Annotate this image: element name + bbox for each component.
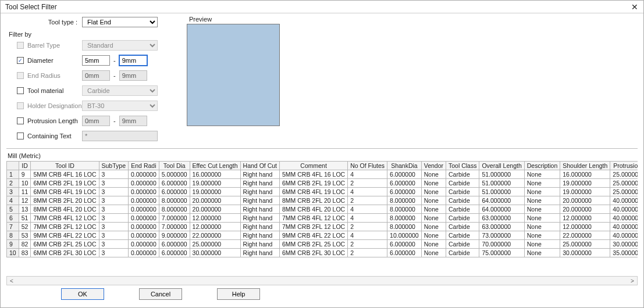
- endradius-checkbox: [17, 72, 24, 79]
- column-header[interactable]: ID: [19, 162, 31, 170]
- table-row[interactable]: 8539MM CRB 4FL 22 LOC30.0000009.00000022…: [7, 231, 638, 240]
- containing-input: [82, 131, 158, 141]
- column-header[interactable]: SubType: [99, 162, 128, 170]
- grid-label: Mill (Metric): [8, 152, 638, 159]
- horizontal-scrollbar[interactable]: < >: [6, 276, 638, 285]
- containing-label: Containing Text: [27, 132, 72, 139]
- table-row[interactable]: 3116MM CRB 4FL 19 LOC30.0000006.00000019…: [7, 188, 638, 196]
- material-label: Tool material: [27, 87, 63, 94]
- ok-button[interactable]: OK: [61, 288, 104, 300]
- column-header[interactable]: Tool Class: [446, 162, 479, 170]
- table-row[interactable]: 5138MM CRB 4FL 20 LOC30.0000008.00000020…: [7, 205, 638, 214]
- separator: [6, 148, 638, 149]
- tool-grid[interactable]: IDTool IDSubTypeEnd RadiTool DiaEffec Cu…: [6, 161, 638, 257]
- preview-label: Preview: [189, 16, 280, 23]
- endradius-max-input: [119, 70, 147, 81]
- grid-scroll[interactable]: IDTool IDSubTypeEnd RadiTool DiaEffec Cu…: [6, 161, 638, 275]
- column-header[interactable]: No Of Flutes: [348, 162, 387, 170]
- column-header[interactable]: Protrusion: [610, 162, 638, 170]
- column-header[interactable]: Overall Length: [479, 162, 524, 170]
- column-header[interactable]: Tool Dia: [159, 162, 190, 170]
- barreltype-row: Barrel Type: [6, 42, 82, 49]
- containing-checkbox[interactable]: [17, 132, 24, 139]
- dialog-window: Tool Select Filter ✕ Tool type : Flat En…: [0, 0, 644, 308]
- column-header[interactable]: Tool ID: [31, 162, 99, 170]
- column-header[interactable]: Vendor: [421, 162, 446, 170]
- protrusion-row: Protrusion Length: [6, 117, 82, 124]
- tooltype-label: Tool type :: [6, 19, 82, 26]
- holder-label: Holder Designation: [27, 102, 82, 109]
- endradius-label: End Radius: [27, 72, 61, 79]
- endradius-row: End Radius: [6, 72, 82, 79]
- column-header[interactable]: Effec Cut Length: [190, 162, 240, 170]
- protrusion-label: Protrusion Length: [27, 117, 78, 124]
- protrusion-checkbox[interactable]: [17, 117, 24, 124]
- tooltype-select[interactable]: Flat End: [82, 17, 158, 27]
- diameter-checkbox[interactable]: [17, 57, 24, 64]
- table-row[interactable]: 6517MM CRB 4FL 12 LOC30.0000007.00000012…: [7, 214, 638, 223]
- table-row[interactable]: 7527MM CRB 2FL 12 LOC30.0000007.00000012…: [7, 223, 638, 231]
- scroll-right-icon[interactable]: >: [628, 278, 637, 284]
- protrusion-min-input: [82, 116, 110, 126]
- material-select: Carbide: [82, 85, 158, 96]
- help-button[interactable]: Help: [217, 288, 260, 300]
- endradius-min-input: [82, 70, 110, 81]
- diameter-row: Diameter: [6, 57, 82, 64]
- column-header[interactable]: Hand Of Cut: [240, 162, 279, 170]
- diameter-max-input[interactable]: [119, 55, 147, 66]
- column-header[interactable]: End Radi: [128, 162, 159, 170]
- table-row[interactable]: 4128MM CRB 2FL 20 LOC30.0000008.00000020…: [7, 196, 638, 205]
- table-row[interactable]: 2106MM CRB 2FL 19 LOC30.0000006.00000019…: [7, 179, 638, 188]
- titlebar: Tool Select Filter ✕: [1, 1, 643, 13]
- barreltype-select: Standard: [82, 40, 158, 51]
- material-row: Tool material: [6, 87, 82, 94]
- protrusion-max-input: [119, 116, 147, 126]
- diameter-min-input[interactable]: [82, 55, 110, 66]
- barreltype-label: Barrel Type: [27, 42, 60, 49]
- dialog-title: Tool Select Filter: [5, 3, 631, 11]
- holder-select: BT-30: [82, 101, 158, 111]
- preview-pane: [187, 24, 280, 126]
- table-row[interactable]: 9826MM CRB 2FL 25 LOC30.0000006.00000025…: [7, 240, 638, 249]
- scroll-left-icon[interactable]: <: [7, 278, 16, 284]
- holder-row: Holder Designation: [6, 102, 82, 109]
- containing-row: Containing Text: [6, 132, 82, 139]
- diameter-label: Diameter: [27, 57, 54, 64]
- table-row[interactable]: 10836MM CRB 2FL 30 LOC30.0000006.0000003…: [7, 249, 638, 257]
- cancel-button[interactable]: Cancel: [139, 288, 182, 300]
- column-header[interactable]: Shoulder Length: [560, 162, 610, 170]
- barreltype-checkbox: [17, 42, 24, 49]
- close-icon[interactable]: ✕: [631, 3, 639, 11]
- material-checkbox[interactable]: [17, 87, 24, 94]
- filterby-heading: Filter by: [9, 31, 175, 38]
- column-header[interactable]: Description: [524, 162, 560, 170]
- column-header[interactable]: Comment: [279, 162, 347, 170]
- column-header[interactable]: ShankDia: [387, 162, 422, 170]
- holder-checkbox: [17, 102, 24, 109]
- table-row[interactable]: 195MM CRB 4FL 16 LOC30.0000005.00000016.…: [7, 170, 638, 179]
